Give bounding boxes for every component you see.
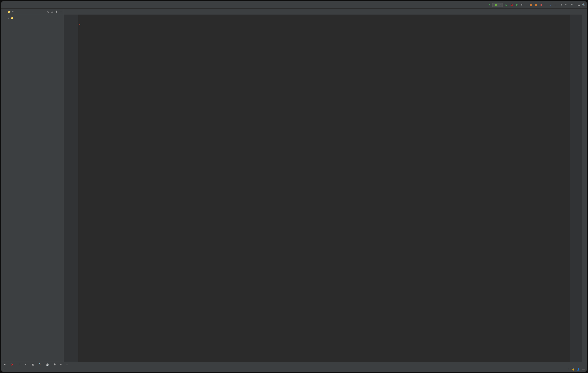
folder-icon	[10, 17, 13, 20]
hide-icon[interactable]: —	[60, 10, 62, 13]
chevron-down-icon	[12, 10, 13, 13]
locate-icon[interactable]: ⊕	[47, 10, 49, 13]
top-toolbar: ⤹ ⬢ ▾ ▶ 🐞 ◐ ◷ … ⬤ ⬤ ■ ↙ ✓ ◷ ↶ ⎇ ▭ 🔍	[1, 1, 275, 9]
gutter-line-numbers	[64, 15, 76, 173]
highlight-box	[79, 24, 80, 25]
editor-area	[64, 9, 275, 173]
project-panel-title[interactable]	[8, 10, 46, 13]
project-tree[interactable]: ▼	[6, 15, 64, 173]
left-tool-stripe	[1, 9, 6, 173]
folder-icon	[8, 10, 11, 13]
code-editor[interactable]	[78, 15, 275, 173]
expand-icon[interactable]: ⇲	[51, 10, 53, 13]
project-panel-header: ⊕ ⇲ ✻ —	[6, 9, 64, 15]
project-tool-window: ⊕ ⇲ ✻ — ▼	[6, 9, 64, 173]
editor-tabs	[64, 9, 275, 15]
gutter-fold[interactable]	[76, 15, 78, 173]
gear-icon[interactable]: ✻	[55, 10, 58, 13]
